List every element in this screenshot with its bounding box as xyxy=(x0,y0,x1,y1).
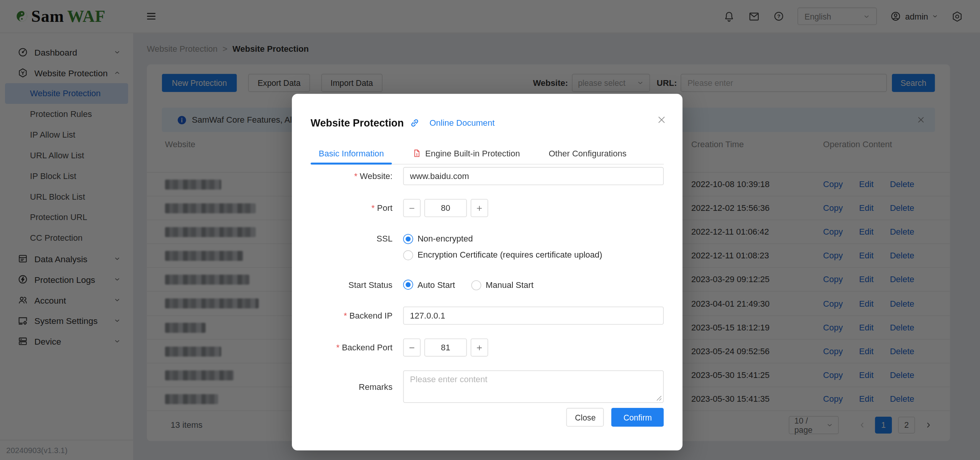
tab-label: Basic Information xyxy=(319,149,384,158)
red-file-icon xyxy=(413,149,422,158)
tab-label: Engine Built-in Protection xyxy=(425,149,520,158)
backend-port-increase-button[interactable] xyxy=(471,338,488,356)
radio-icon[interactable] xyxy=(403,234,413,244)
remarks-field-label: Remarks xyxy=(311,379,393,394)
tab-engine-protection[interactable]: Engine Built-in Protection xyxy=(404,143,528,164)
port-field-label: Port xyxy=(311,200,393,216)
ssl-option-encryption-certificate[interactable]: Encryption Certificate (requires certifi… xyxy=(403,247,664,263)
start-status-manual[interactable]: Manual Start xyxy=(471,277,533,293)
modal-close-button[interactable]: Close xyxy=(566,408,604,427)
app-window: Sam WAF ? English xyxy=(0,0,980,460)
tab-label: Other Configurations xyxy=(549,149,627,158)
ssl-field-label: SSL xyxy=(311,231,393,246)
website-field-label: Website: xyxy=(311,168,393,184)
backend-port-stepper: 81 xyxy=(403,338,664,356)
radio-icon[interactable] xyxy=(471,280,481,290)
resize-handle-icon[interactable] xyxy=(656,395,662,401)
start-status-field-label: Start Status xyxy=(311,277,393,292)
modal-header: Website Protection Online Document xyxy=(311,113,664,133)
online-document-link[interactable]: Online Document xyxy=(429,118,494,127)
backend-port-field-label: Backend Port xyxy=(311,340,393,355)
radio-icon[interactable] xyxy=(403,280,413,290)
ssl-option-non-encrypted[interactable]: Non-encrypted xyxy=(403,231,664,246)
tab-basic-information[interactable]: Basic Information xyxy=(311,143,392,164)
port-decrease-button[interactable] xyxy=(403,199,421,217)
backend-ip-field[interactable] xyxy=(403,307,664,325)
modal-footer: Close Confirm xyxy=(311,408,664,427)
port-increase-button[interactable] xyxy=(471,199,488,217)
backend-ip-field-label: Backend IP xyxy=(311,308,393,324)
remarks-field[interactable] xyxy=(403,370,664,403)
port-stepper: 80 xyxy=(403,199,664,217)
backend-port-value[interactable]: 81 xyxy=(424,338,467,356)
modal-tabs: Basic Information Engine Built-in Protec… xyxy=(311,143,664,164)
website-protection-modal: Website Protection Online Document Basic… xyxy=(292,94,682,450)
backend-port-decrease-button[interactable] xyxy=(403,338,421,356)
tab-other-configurations[interactable]: Other Configurations xyxy=(541,143,635,164)
modal-form: Website: Port 80 xyxy=(311,167,664,427)
modal-close-icon[interactable] xyxy=(657,115,666,124)
port-value[interactable]: 80 xyxy=(424,199,467,217)
radio-icon[interactable] xyxy=(403,250,413,260)
start-status-auto[interactable]: Auto Start xyxy=(403,277,455,292)
link-chain-icon[interactable] xyxy=(409,117,420,128)
modal-confirm-button[interactable]: Confirm xyxy=(612,408,664,427)
website-field[interactable] xyxy=(403,167,664,185)
modal-title: Website Protection xyxy=(311,117,404,128)
